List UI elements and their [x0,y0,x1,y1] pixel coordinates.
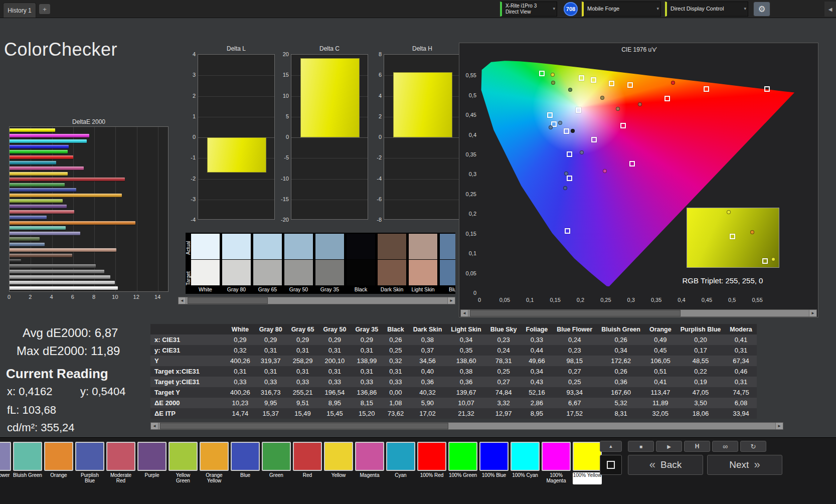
patch-button[interactable]: 100% Magenta [542,442,571,484]
patch-button[interactable]: Orange [44,442,73,484]
meter-mode: Direct View [506,9,549,16]
patch-label: Red [293,472,322,484]
patch-button[interactable]: Blue [231,442,260,484]
patch-button[interactable]: Moderate Red [106,442,135,484]
column-header: Dark Skin [409,324,447,334]
deltae-bar [10,210,74,214]
cie-scrollbar[interactable]: ◄ ► [460,309,817,317]
patch-label: Cyan [386,472,415,484]
scroll-right-icon[interactable]: ► [809,310,816,316]
scroll-right-icon[interactable]: ► [447,297,455,304]
patch-button[interactable]: Yellow [324,442,353,484]
table-cell: 0,38 [409,334,447,345]
patch-label: 100% Magenta [542,472,571,484]
deltae-bar [10,216,47,219]
patch-swatch [511,442,540,471]
patch-button[interactable]: 100% Green [448,442,477,484]
scrollbar-thumb[interactable] [470,310,681,316]
back-button[interactable]: « Back [628,455,703,475]
patch-button[interactable]: Yellow Green [169,442,198,484]
patch-button[interactable]: Red [293,442,322,484]
scroll-left-icon[interactable]: ◄ [461,310,468,316]
chart-title: CIE 1976 u'v' [459,46,819,53]
chart-title: DeltaE 2000 [9,118,169,125]
measurement-marker [600,96,604,100]
collapse-panel-button[interactable]: ◀ [824,2,836,17]
table-cell: 10,23 [226,398,255,408]
patch-label: Green [262,472,291,484]
axis-tick-label: 0,1 [459,250,476,256]
patch-button[interactable]: 100% Red [417,442,446,484]
patch-button[interactable]: Purplish Blue [75,442,104,484]
play-button[interactable]: ▶ [656,441,682,452]
next-button[interactable]: Next » [707,455,782,475]
hold-button[interactable]: H [684,441,710,452]
scroll-left-icon[interactable]: ◄ [151,423,158,429]
gridline [384,200,460,200]
add-tab-button[interactable]: + [39,4,50,14]
patch-button[interactable]: 100% Blue [479,442,509,484]
patch-button[interactable]: Magenta [355,442,384,484]
patch-button[interactable]: Green [262,442,291,484]
current-cdm2-value: cd/m²: 355,24 [7,421,75,434]
chart-title: Delta C [291,45,368,52]
scroll-right-icon[interactable]: ► [775,423,783,429]
next-label: Next [729,459,749,470]
deltae-bar [10,281,115,284]
pattern-source-dropdown[interactable]: Mobile Forge ▾ [582,2,661,17]
column-header: Modera [725,324,756,334]
patch-label: Orange [44,472,73,484]
table-cell: 3,32 [486,398,522,408]
black-pattern-button[interactable] [600,455,622,475]
axis-tick-label: -20 [281,217,289,223]
swatch-pair: White [191,234,220,294]
table-scrollbar[interactable]: ◄ ► [150,422,783,430]
meter-dropdown[interactable]: X-Rite i1Pro 3 Direct View ▾ [500,2,557,17]
target-marker [567,176,572,181]
scroll-left-icon[interactable]: ◄ [179,297,186,304]
target-marker [764,86,770,92]
settings-button[interactable]: ⚙ [753,2,770,17]
axis-tick-label: 5 [286,113,289,119]
patch-button[interactable]: Bluish Green [13,442,42,484]
patch-button[interactable]: Cyan [386,442,415,484]
swatch-label: Black [347,285,375,293]
table-row: x: CIE310,290,290,290,290,290,260,380,34… [150,334,757,345]
corner-cell [150,324,226,334]
column-header: Gray 65 [287,324,319,334]
row-label: Target x:CIE31 [150,366,226,377]
patch-button[interactable]: 100% Cyan [511,442,540,484]
target-swatch [315,260,344,285]
swatch-scrollbar[interactable]: ◄ ► [178,297,455,304]
patch-button[interactable]: Purple [137,442,166,484]
chevron-down-icon: ▾ [553,6,555,12]
table-cell: 0,31 [226,366,255,377]
table-cell: 0,31 [319,345,351,356]
target-marker [629,161,635,166]
patch-button[interactable]: Orange Yellow [200,442,229,484]
patch-button[interactable]: Blue Flower [0,442,11,484]
deltae-bar [10,243,45,246]
axis-tick-label: 0,3 [622,297,639,303]
patch-button[interactable]: 100% Yellow [573,442,602,484]
table-cell: 0,40 [409,366,447,377]
scrollbar-thumb[interactable] [160,423,448,429]
table-cell: 200,10 [319,356,351,366]
table-cell: 0,31 [287,366,319,377]
scrollbar-thumb[interactable] [188,297,268,304]
table-cell: 0,29 [319,334,351,345]
patch-label: Purplish Blue [75,472,104,484]
table-cell: 400,26 [226,387,255,398]
table-cell: 0,35 [446,345,485,356]
table-cell: 8,15 [351,398,383,408]
tab-history-1[interactable]: History 1 [3,3,36,18]
table-cell: 6,67 [552,398,597,408]
stop-button[interactable]: ■ [628,441,654,452]
continuous-button[interactable]: ∞ [712,441,738,452]
patch-swatch [44,442,73,471]
display-control-dropdown[interactable]: Direct Display Control ▾ [665,2,748,17]
patch-label: Moderate Red [106,472,135,484]
measurement-marker [568,88,572,92]
repeat-button[interactable]: ↻ [740,441,766,452]
expand-patterns-button[interactable]: ▲ [600,441,622,452]
